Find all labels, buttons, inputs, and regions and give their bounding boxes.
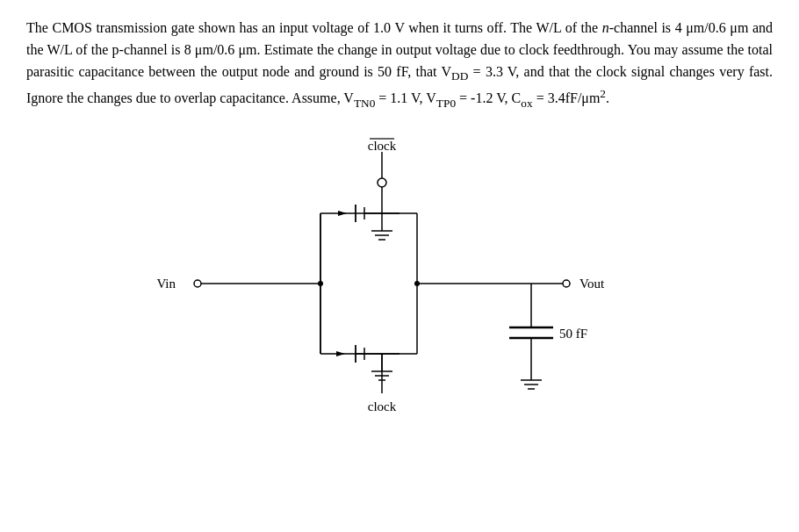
svg-marker-22	[336, 351, 345, 356]
problem-text: The CMOS transmission gate shown has an …	[26, 18, 773, 113]
svg-point-31	[318, 281, 323, 286]
circuit-diagram: clock	[26, 134, 773, 459]
svg-point-2	[378, 178, 386, 187]
svg-point-34	[414, 281, 420, 286]
svg-marker-9	[338, 211, 347, 216]
vout-label: Vout	[579, 277, 605, 291]
cap-label: 50 fF	[559, 327, 587, 341]
vin-label: Vin	[156, 277, 176, 291]
svg-point-33	[563, 280, 570, 287]
clock-top-label: clock	[368, 139, 397, 153]
clock-bottom-label: clock	[368, 399, 397, 413]
svg-point-29	[194, 280, 201, 287]
